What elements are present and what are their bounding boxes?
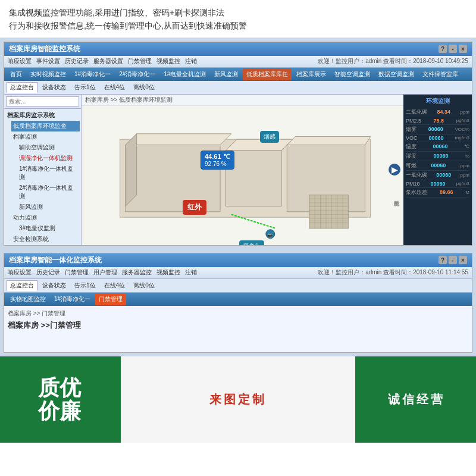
floor-plan-area: 📷 44.61 ℃ 92.76 % 烟感 xyxy=(82,106,403,245)
temp-tag: 44.61 ℃ 92.76 % xyxy=(201,151,234,170)
toolbar2-link-6[interactable]: 视频监控 xyxy=(156,268,180,277)
floor-plan-svg: 📷 xyxy=(82,106,403,245)
tree-item-security[interactable]: 安全检测系统 xyxy=(11,234,80,245)
svg-marker-7 xyxy=(287,136,370,145)
tree-item-power3[interactable]: 3#电量仪监测 xyxy=(17,223,80,234)
screenshot-block-1: 档案库房智能监控系统 ? - × 响应设置 事件设置 历史记录 服务器设置 门禁… xyxy=(0,38,476,249)
env-smoke: 烟雾 00060 VOC% xyxy=(406,125,469,134)
close-btn[interactable]: × xyxy=(459,45,467,53)
env-pm25: PM2.5 75.8 μg/m3 xyxy=(406,117,469,125)
toolbar-link-3[interactable]: 历史记录 xyxy=(65,57,89,65)
toolbar2-link-7[interactable]: 注销 xyxy=(185,268,197,277)
bottom-left: 质优价廉 xyxy=(0,356,119,443)
minimize-btn-2[interactable]: - xyxy=(449,256,457,264)
toolbar2-link-2[interactable]: 历史记录 xyxy=(36,268,60,277)
svg-marker-3 xyxy=(126,134,137,206)
toolbar2-link-4[interactable]: 用户管理 xyxy=(93,268,117,277)
screen2-main: 档案库房 >> 门禁管理 档案库房 >>门禁管理 xyxy=(4,306,472,352)
close-btn-2[interactable]: × xyxy=(459,256,467,264)
sub2-alarm[interactable]: 告示1位 xyxy=(71,280,99,291)
sub2-online[interactable]: 在线4位 xyxy=(101,280,129,291)
nav2-map[interactable]: 实物地图监控 xyxy=(7,293,49,305)
help-btn-2[interactable]: ? xyxy=(439,256,447,264)
tree-item-power[interactable]: 动力监测 xyxy=(11,212,80,223)
toolbar2-link-3[interactable]: 门禁管理 xyxy=(65,268,89,277)
sub-nav-alarm1[interactable]: 告示1位 xyxy=(71,82,99,93)
svg-rect-8 xyxy=(309,195,349,228)
nav2-purify[interactable]: 1#消毒净化一 xyxy=(51,293,94,305)
nav-display[interactable]: 档案库展示 xyxy=(293,68,330,80)
arrow-right-btn[interactable]: ▶ xyxy=(389,164,400,176)
tree-item-wind[interactable]: 新风监测 xyxy=(17,202,80,212)
title-bar-controls: ? - × xyxy=(439,45,467,53)
nav-home[interactable]: 首页 xyxy=(7,68,26,80)
tree-item-low[interactable]: 低质档案库环境监查 xyxy=(11,121,80,131)
title-bar-controls-2: ? - × xyxy=(439,256,467,264)
sub-nav-online[interactable]: 在线4位 xyxy=(101,82,129,93)
minimize-btn[interactable]: - xyxy=(449,45,457,53)
tree-item-purify2[interactable]: 2#消毒净化一体机监测 xyxy=(17,183,80,202)
sub-nav-all[interactable]: 总监控台 xyxy=(7,82,37,93)
tree-item-root[interactable]: 档案库房监示系统 xyxy=(5,110,80,121)
nav-file[interactable]: 文件保管室库 xyxy=(419,68,462,80)
env-co: 一氧化碳 00060 ppm xyxy=(406,171,469,180)
env-combustible: 可燃 00060 ppm xyxy=(406,161,469,171)
screenshot-block-2: 档案库房智能一体化监控系统 ? - × 响应设置 历史记录 门禁管理 用户管理 … xyxy=(0,249,476,356)
toolbar-links-2: 响应设置 历史记录 门禁管理 用户管理 服务器监控 视频监控 注销 xyxy=(8,268,197,277)
bottom-right: 诚信经营 xyxy=(357,356,476,443)
smoke-sensor-tag: 烟感 xyxy=(260,131,279,143)
cam-tag: 摄像头 xyxy=(239,240,264,245)
toolbar-link-2[interactable]: 事件设置 xyxy=(36,57,60,65)
tree-item-security1[interactable]: 1#净化一体机监测 xyxy=(17,245,80,245)
env-co2: 二氧化碳 84.34 ppm xyxy=(406,108,469,117)
tree-item-ac-assist[interactable]: 辅助空调监测 xyxy=(17,142,80,153)
temp-humidity-tag: 44.61 ℃ 92.76 % xyxy=(201,151,234,170)
sub2-device[interactable]: 设备状态 xyxy=(39,280,70,291)
top-line1: 集成视频监控管理功能,采用进门指纹、密码+刷卡探测非法 xyxy=(9,6,467,19)
toolbar-links: 响应设置 事件设置 历史记录 服务器设置 门禁管理 视频监控 注销 xyxy=(8,57,197,65)
nav-purify2[interactable]: 2#消毒净化一 xyxy=(115,68,159,80)
toolbar-link-4[interactable]: 服务器设置 xyxy=(93,57,123,65)
toolbar-link-6[interactable]: 视频监控 xyxy=(156,57,180,65)
nav-realtime[interactable]: 实时视频监控 xyxy=(27,68,70,80)
sub2-all[interactable]: 总监控台 xyxy=(7,280,37,291)
floor-plan-container: 📷 44.61 ℃ 92.76 % 烟感 xyxy=(82,106,403,245)
nav-menu-1: 首页 实时视频监控 1#消毒净化一 2#消毒净化一 1#电量全机监测 新风监测 … xyxy=(4,68,472,81)
ir-tag: 红外 xyxy=(183,200,206,215)
sub-nav-1: 总监控台 设备状态 告示1位 在线4位 离线0位 xyxy=(4,81,472,95)
title-bar-2: 档案库房智能一体化监控系统 ? - × xyxy=(4,253,472,267)
toolbar-link-1[interactable]: 响应设置 xyxy=(8,57,32,65)
nav-power[interactable]: 1#电量全机监测 xyxy=(160,68,209,80)
nav-menu-2: 实物地图监控 1#消毒净化一 门禁管理 xyxy=(4,293,472,306)
top-text-section: 集成视频监控管理功能,采用进门指纹、密码+刷卡探测非法 行为和接收报警信息,统一… xyxy=(0,0,476,38)
env-pump: 泵水压差 89.66 M xyxy=(406,188,469,198)
toolbar-link-5[interactable]: 门禁管理 xyxy=(128,57,152,65)
content-pane-1: 档案库房 >> 低质档案库环境监测 xyxy=(82,95,403,245)
toolbar2-link-5[interactable]: 服务器监控 xyxy=(122,268,152,277)
nav-lowquality[interactable]: 低质档案库库任 xyxy=(243,68,292,80)
nav-ac[interactable]: 智能空调监测 xyxy=(331,68,374,80)
camera-tag: 摄像头 xyxy=(239,240,264,245)
env-temp: 温度 00060 ℃ xyxy=(406,142,469,152)
infrared-tag: 红外 xyxy=(183,200,206,215)
search-input[interactable] xyxy=(6,96,79,107)
toolbar-link-7[interactable]: 注销 xyxy=(185,57,197,65)
breadcrumb-1: 档案库房 >> 低质档案库环境监测 xyxy=(82,95,403,106)
sub-nav-device[interactable]: 设备状态 xyxy=(39,82,70,93)
sub-nav-offline[interactable]: 离线0位 xyxy=(130,82,158,93)
nav-purify1[interactable]: 1#消毒净化一 xyxy=(71,68,114,80)
breadcrumb-2: 档案库房 >> 门禁管理 xyxy=(8,309,468,318)
tree-item-purify1[interactable]: 1#消毒净化一体机监测 xyxy=(17,164,80,183)
sub2-offline[interactable]: 离线0位 xyxy=(130,280,158,291)
nav2-door[interactable]: 门禁管理 xyxy=(95,293,126,305)
sidebar-search xyxy=(4,95,81,109)
svg-marker-2 xyxy=(126,134,231,145)
toolbar2-link-1[interactable]: 响应设置 xyxy=(8,268,32,277)
title-bar-1: 档案库房智能监控系统 ? - × xyxy=(4,42,472,56)
nav-ac2[interactable]: 数据空调监测 xyxy=(375,68,418,80)
help-btn[interactable]: ? xyxy=(439,45,447,53)
nav-wind[interactable]: 新风监测 xyxy=(211,68,242,80)
env-title: 环境监测 xyxy=(406,97,469,105)
tree-item-dehumid[interactable]: 调湿净化一体机监测 xyxy=(17,153,80,164)
tree-item-archive[interactable]: 档案监测 xyxy=(11,131,80,142)
